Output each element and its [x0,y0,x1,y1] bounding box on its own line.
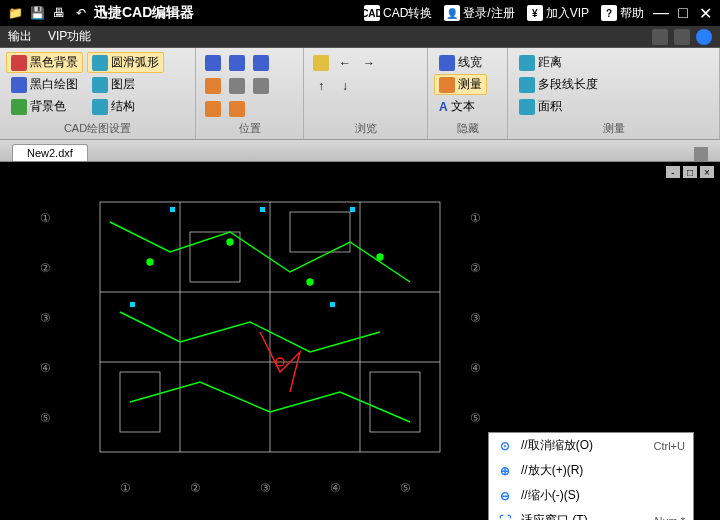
qat-print-icon[interactable]: 🖶 [50,4,68,22]
svg-text:③: ③ [470,311,481,325]
menubar-help-icon[interactable] [696,29,712,45]
pos-icon-6[interactable] [250,75,272,97]
tab-dropdown-icon[interactable] [694,147,708,161]
group-label: 隐藏 [434,120,501,137]
ctx-fit-window[interactable]: ⛶适应窗口 (T)Num * [489,508,693,520]
svg-point-10 [147,259,153,265]
svg-text:①: ① [120,481,131,495]
menu-output[interactable]: 输出 [8,28,32,45]
pos-icon-2[interactable] [226,52,248,74]
pos-icon-1[interactable] [202,52,224,74]
ctx-zoom-out[interactable]: ⊖//缩小(-)(S) [489,483,693,508]
qat-save-icon[interactable]: 💾 [28,4,46,22]
bgcolor-icon [11,99,27,115]
svg-rect-16 [260,207,265,212]
lineweight-button[interactable]: 线宽 [434,52,487,73]
ribbon: 黑色背景 黑白绘图 背景色 圆滑弧形 图层 结构 CAD绘图设置 位置 ←→ [0,48,720,140]
zoom-cancel-icon: ⊙ [497,438,513,454]
svg-point-13 [377,254,383,260]
close-button[interactable]: ✕ [694,4,716,23]
yen-icon: ¥ [527,5,543,21]
menu-vip[interactable]: VIP功能 [48,28,91,45]
qat-redo-icon[interactable]: ↷ [94,4,112,22]
bw-draw-button[interactable]: 黑白绘图 [6,74,83,95]
svg-rect-17 [350,207,355,212]
distance-icon [519,55,535,71]
canvas-min-icon[interactable]: - [666,166,680,178]
qat-undo-icon[interactable]: ↶ [72,4,90,22]
pos-icon-8[interactable] [226,98,248,120]
ctx-zoom-in[interactable]: ⊕//放大(+)(R) [489,458,693,483]
layers-button[interactable]: 图层 [87,74,164,95]
svg-rect-18 [130,302,135,307]
text-button[interactable]: A文本 [434,96,487,117]
measure-button[interactable]: 测量 [434,74,487,95]
lineweight-icon [439,55,455,71]
svg-text:①: ① [470,211,481,225]
svg-text:⑤: ⑤ [470,411,481,425]
polyline-length-button[interactable]: 多段线长度 [514,74,603,95]
polyline-icon [519,77,535,93]
login-button[interactable]: 👤登录/注册 [438,5,520,22]
svg-point-11 [227,239,233,245]
pos-icon-4[interactable] [202,75,224,97]
minimize-button[interactable]: — [650,4,672,22]
svg-text:③: ③ [260,481,271,495]
ctx-cancel-zoom[interactable]: ⊙//取消缩放(O)Ctrl+U [489,433,693,458]
structure-button[interactable]: 结构 [87,96,164,117]
distance-button[interactable]: 距离 [514,52,603,73]
maximize-button[interactable]: □ [672,4,694,22]
help-button[interactable]: ?帮助 [595,5,650,22]
zoom-in-icon: ⊕ [497,463,513,479]
svg-text:③: ③ [40,311,51,325]
document-tabs: New2.dxf [0,140,720,162]
nav-down-icon[interactable]: ↓ [334,75,356,97]
ribbon-group-position: 位置 [196,48,304,139]
canvas-restore-icon[interactable]: □ [683,166,697,178]
menu-bar: 输出 VIP功能 [0,26,720,48]
nav-left-icon[interactable]: ← [334,52,356,74]
group-label: 位置 [202,120,297,137]
nav-right-icon[interactable]: → [358,52,380,74]
bw-icon [11,77,27,93]
cad-icon: CAD [364,5,380,21]
cad-convert-button[interactable]: CADCAD转换 [358,5,438,22]
svg-text:②: ② [190,481,201,495]
vip-button[interactable]: ¥加入VIP [521,5,595,22]
ribbon-group-measure: 距离 多段线长度 面积 测量 [508,48,720,139]
pos-icon-5[interactable] [226,75,248,97]
ribbon-group-browse: ←→ ↑↓ 浏览 [304,48,428,139]
canvas-close-icon[interactable]: × [700,166,714,178]
tab-new2[interactable]: New2.dxf [12,144,88,161]
user-icon: 👤 [444,5,460,21]
structure-icon [92,99,108,115]
drawing-canvas[interactable]: - □ × ①②③④⑤ ①②③④⑤ ①②③④⑤ ⊙//取 [0,162,720,520]
bgcolor-button[interactable]: 背景色 [6,96,83,117]
svg-text:④: ④ [470,361,481,375]
pos-icon-7[interactable] [202,98,224,120]
text-icon: A [439,100,448,114]
group-label: 测量 [514,120,713,137]
quick-access-toolbar: 📁 💾 🖶 ↶ ↷ [6,4,112,22]
smooth-arc-button[interactable]: 圆滑弧形 [87,52,164,73]
area-button[interactable]: 面积 [514,96,603,117]
arc-icon [92,55,108,71]
menubar-icon1[interactable] [652,29,668,45]
question-icon: ? [601,5,617,21]
svg-text:④: ④ [40,361,51,375]
pan-icon[interactable] [310,52,332,74]
nav-up-icon[interactable]: ↑ [310,75,332,97]
svg-text:⑤: ⑤ [40,411,51,425]
svg-text:①: ① [40,211,51,225]
svg-text:④: ④ [330,481,341,495]
menubar-icon2[interactable] [674,29,690,45]
black-bg-icon [11,55,27,71]
qat-open-icon[interactable]: 📁 [6,4,24,22]
measure-icon [439,77,455,93]
svg-text:⑤: ⑤ [400,481,411,495]
black-bg-button[interactable]: 黑色背景 [6,52,83,73]
layers-icon [92,77,108,93]
pos-icon-3[interactable] [250,52,272,74]
fit-icon: ⛶ [497,513,513,521]
cad-drawing: ①②③④⑤ ①②③④⑤ ①②③④⑤ [30,172,490,502]
